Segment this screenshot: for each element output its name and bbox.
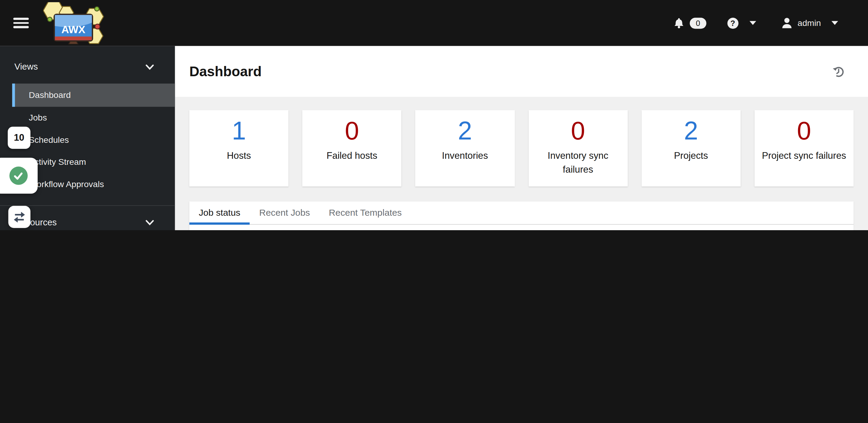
tab-recent-templates[interactable]: Recent Templates	[319, 201, 411, 224]
graph-tabs: Job status Recent Jobs Recent Templates	[189, 201, 854, 225]
overlay-success-card	[0, 158, 38, 193]
chevron-down-icon	[146, 64, 154, 70]
sidebar-item-schedules[interactable]: Schedules	[12, 129, 175, 151]
red-node-dot	[95, 24, 100, 29]
swap-arrows-icon	[12, 210, 27, 223]
stat-card-projects: 2 Projects	[641, 110, 741, 187]
notification-bell-icon[interactable]	[674, 17, 684, 29]
stat-cards-row: 1 Hosts 0 Failed hosts 2 Inventories 0 I…	[189, 110, 854, 187]
hamburger-menu-icon[interactable]	[13, 16, 29, 30]
stat-value-projects[interactable]: 2	[684, 117, 698, 144]
stat-label: Projects	[674, 149, 708, 163]
tab-job-status[interactable]: Job status	[189, 201, 250, 224]
stat-card-hosts: 1 Hosts	[189, 110, 288, 187]
green-node-dot	[95, 6, 99, 11]
sidebar-item-dashboard[interactable]: Dashboard	[12, 84, 175, 107]
tab-recent-jobs[interactable]: Recent Jobs	[250, 201, 319, 224]
overlay-swap-card	[8, 206, 30, 228]
stat-label: Project sync failures	[762, 149, 846, 163]
stat-value-failed-hosts[interactable]: 0	[345, 117, 359, 144]
top-navbar: AWX 0 ? admin	[0, 0, 868, 46]
stat-value-inventory-sync-failures[interactable]: 0	[571, 117, 585, 144]
overlay-count-badge: 10	[8, 127, 30, 149]
stat-value-inventories[interactable]: 2	[458, 117, 472, 144]
stat-label: Inventories	[442, 149, 488, 163]
page-title: Dashboard	[189, 63, 261, 79]
page-header: Dashboard	[175, 46, 868, 97]
awx-app-window: AWX 0 ? admin	[0, 0, 868, 230]
history-icon[interactable]	[832, 64, 845, 78]
brand-text: AWX	[61, 23, 85, 35]
stat-label: Inventory sync failures	[534, 149, 622, 176]
nav-section-title-views[interactable]: Views	[0, 55, 175, 79]
chevron-down-icon	[146, 219, 154, 225]
check-circle-icon	[9, 167, 27, 185]
stat-card-failed-hosts: 0 Failed hosts	[302, 110, 401, 187]
topbar-actions: 0 ? admin	[674, 17, 838, 29]
stat-value-project-sync-failures[interactable]: 0	[797, 117, 811, 144]
stat-card-inventory-sync-failures: 0 Inventory sync failures	[528, 110, 627, 187]
stat-label: Hosts	[227, 149, 251, 163]
green-node-dot	[48, 17, 52, 22]
awx-logo[interactable]: AWX	[43, 2, 104, 44]
main-content: Dashboard 1 Hosts 0 Failed hosts 2 Inven…	[175, 46, 868, 230]
stat-card-inventories: 2 Inventories	[415, 110, 515, 187]
username-label[interactable]: admin	[798, 18, 821, 28]
dashboard-graph-panel: Job status Recent Jobs Recent Templates …	[189, 201, 854, 230]
stat-value-hosts[interactable]: 1	[232, 117, 246, 144]
notification-count-badge[interactable]: 0	[690, 18, 707, 29]
user-dropdown-caret-icon[interactable]	[832, 21, 838, 25]
stat-card-project-sync-failures: 0 Project sync failures	[754, 110, 854, 187]
sidebar-item-jobs[interactable]: Jobs	[12, 107, 175, 129]
user-avatar-icon[interactable]	[782, 18, 792, 28]
help-dropdown-caret-icon[interactable]	[749, 21, 756, 25]
help-icon[interactable]: ?	[727, 18, 738, 29]
monitor: AWX	[54, 14, 93, 44]
stat-label: Failed hosts	[327, 149, 377, 163]
